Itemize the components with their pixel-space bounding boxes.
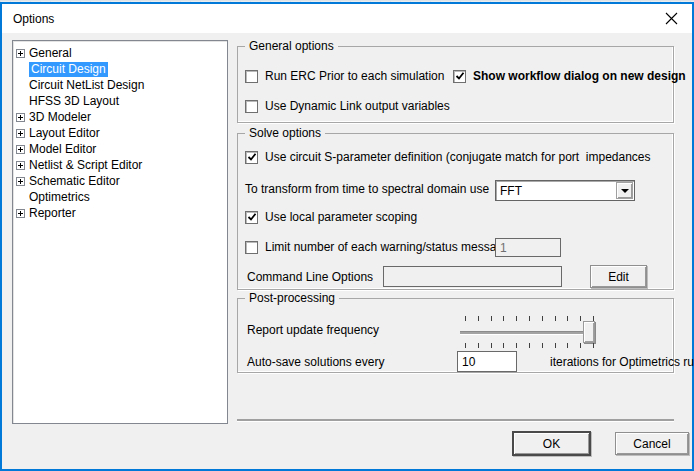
ok-button-label: OK	[543, 437, 560, 451]
limit-messages-checkbox[interactable]	[245, 241, 258, 254]
tree-item-label: Circuit NetList Design	[29, 78, 144, 93]
tree-item-label: Circuit Design	[29, 62, 108, 77]
group-title: General options	[245, 39, 338, 53]
tree-item-label: HFSS 3D Layout	[29, 94, 119, 109]
titlebar: Options	[2, 4, 692, 33]
show-workflow-row: Show workflow dialog on new design	[453, 68, 686, 84]
expand-plus-icon[interactable]	[16, 129, 25, 138]
run-erc-label: Run ERC Prior to each simulation	[265, 69, 444, 83]
tree-item-reporter[interactable]: Reporter	[13, 205, 227, 221]
tree-item-layout-editor[interactable]: Layout Editor	[13, 125, 227, 141]
tree-item-label: 3D Modeler	[29, 110, 91, 125]
report-update-slider[interactable]	[460, 314, 602, 349]
window-title: Options	[13, 12, 54, 26]
local-scoping-label: Use local parameter scoping	[265, 210, 417, 224]
local-scoping-checkbox[interactable]	[245, 211, 258, 224]
cancel-button-label: Cancel	[633, 437, 670, 451]
limit-messages-label: Limit number of each warning/status mess…	[265, 240, 510, 254]
auto-save-input[interactable]	[457, 351, 517, 372]
tree-item-circuit-design[interactable]: Circuit Design	[13, 61, 227, 77]
local-scoping-row: Use local parameter scoping	[245, 209, 417, 225]
expand-plus-icon[interactable]	[16, 145, 25, 154]
tree-item-label: Optimetrics	[29, 190, 90, 205]
tree-item-label: Layout Editor	[29, 126, 100, 141]
s-param-row: Use circuit S-parameter definition (conj…	[245, 149, 651, 165]
limit-messages-input[interactable]	[495, 238, 561, 257]
tree-item-label: Schematic Editor	[29, 174, 120, 189]
tree-item-label: General	[29, 46, 72, 61]
tree-item-schematic-editor[interactable]: Schematic Editor	[13, 173, 227, 189]
expand-plus-icon[interactable]	[16, 209, 25, 218]
tree-item-label: Model Editor	[29, 142, 96, 157]
expand-plus-icon[interactable]	[16, 49, 25, 58]
command-line-input[interactable]	[383, 266, 562, 287]
chevron-down-icon	[621, 189, 629, 193]
transform-selected-value: FFT	[500, 184, 616, 198]
report-update-label: Report update frequency	[247, 323, 379, 337]
transform-label: To transform from time to spectral domai…	[245, 182, 489, 196]
close-button[interactable]	[654, 4, 688, 33]
tree-item-model-editor[interactable]: Model Editor	[13, 141, 227, 157]
expand-plus-icon[interactable]	[16, 161, 25, 170]
check-icon	[247, 152, 257, 162]
tree-item-circuit-netlist-design[interactable]: Circuit NetList Design	[13, 77, 227, 93]
slider-track[interactable]	[460, 331, 596, 334]
dynamic-link-checkbox[interactable]	[245, 100, 258, 113]
category-tree: General Circuit Design Circuit NetList D…	[12, 40, 228, 424]
show-workflow-label: Show workflow dialog on new design	[473, 69, 686, 83]
auto-save-label: Auto-save solutions every	[247, 355, 384, 369]
slider-thumb[interactable]	[583, 321, 595, 343]
ok-button[interactable]: OK	[512, 431, 591, 456]
tree-item-label: Netlist & Script Editor	[29, 158, 142, 173]
check-icon	[455, 71, 465, 81]
s-param-checkbox[interactable]	[245, 151, 258, 164]
tree-item-general[interactable]: General	[13, 45, 227, 61]
tree-item-optimetrics[interactable]: Optimetrics	[13, 189, 227, 205]
run-erc-checkbox[interactable]	[245, 70, 258, 83]
edit-button[interactable]: Edit	[590, 265, 647, 288]
limit-messages-row: Limit number of each warning/status mess…	[245, 239, 510, 255]
expand-plus-icon[interactable]	[16, 177, 25, 186]
expand-plus-icon[interactable]	[16, 113, 25, 122]
group-title: Solve options	[245, 126, 325, 140]
cancel-button[interactable]: Cancel	[615, 432, 689, 455]
check-icon	[247, 212, 257, 222]
footer-separator	[237, 419, 674, 421]
transform-dropdown[interactable]: FFT	[495, 180, 635, 201]
tree-item-hfss-3d-layout[interactable]: HFSS 3D Layout	[13, 93, 227, 109]
dynamic-link-row: Use Dynamic Link output variables	[245, 98, 450, 114]
group-title: Post-processing	[245, 291, 339, 305]
slider-ticks	[465, 316, 594, 321]
dynamic-link-label: Use Dynamic Link output variables	[265, 99, 450, 113]
run-erc-row: Run ERC Prior to each simulation	[245, 68, 444, 84]
s-param-label: Use circuit S-parameter definition (conj…	[265, 150, 651, 164]
dropdown-button[interactable]	[616, 182, 633, 199]
tree-item-netlist-script-editor[interactable]: Netlist & Script Editor	[13, 157, 227, 173]
command-line-label: Command Line Options	[247, 270, 373, 284]
show-workflow-checkbox[interactable]	[453, 70, 466, 83]
close-icon	[665, 12, 678, 25]
tree-item-label: Reporter	[29, 206, 76, 221]
slider-ticks	[465, 343, 594, 348]
edit-button-label: Edit	[608, 270, 629, 284]
auto-save-suffix-label: iterations for Optimetrics runs	[550, 355, 694, 369]
tree-item-3d-modeler[interactable]: 3D Modeler	[13, 109, 227, 125]
options-dialog: Options General Circuit Design Circuit N…	[0, 2, 694, 471]
